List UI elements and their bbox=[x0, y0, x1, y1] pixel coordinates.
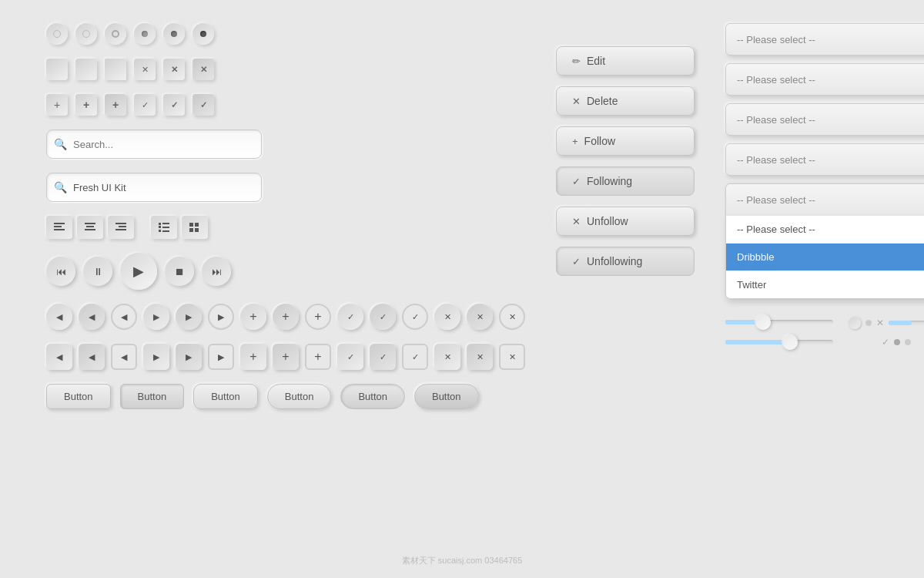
dir-plus-2[interactable]: + bbox=[273, 304, 299, 330]
checkbox-x-1[interactable]: ✕ bbox=[134, 59, 156, 80]
button-4[interactable]: Button bbox=[267, 384, 332, 409]
right-column: -- Please select -- ⇕ -- Please select -… bbox=[725, 23, 924, 555]
mini-thumb-1[interactable] bbox=[849, 317, 861, 329]
search-empty-input[interactable] bbox=[46, 129, 262, 159]
radio-row bbox=[46, 23, 525, 45]
plus-2[interactable]: + bbox=[75, 94, 97, 116]
select-1[interactable]: -- Please select -- bbox=[725, 23, 924, 55]
slider-1-thumb[interactable] bbox=[755, 314, 771, 330]
checkbox-empty-1[interactable] bbox=[46, 59, 68, 80]
list-view-btn[interactable] bbox=[151, 216, 177, 239]
button-2[interactable]: Button bbox=[120, 384, 185, 409]
search-filled-input[interactable] bbox=[46, 173, 262, 202]
following-btn[interactable]: ✓ Following bbox=[556, 166, 695, 196]
plus-3[interactable]: + bbox=[105, 94, 126, 116]
svg-rect-3 bbox=[85, 223, 95, 224]
stop-btn[interactable]: ⏹ bbox=[165, 257, 194, 286]
checkbox-empty-3[interactable] bbox=[105, 59, 126, 80]
dir-x-1[interactable]: ✕ bbox=[434, 304, 460, 330]
dir-right-2[interactable]: ▶ bbox=[176, 304, 202, 330]
button-6[interactable]: Button bbox=[414, 384, 479, 409]
prev-btn[interactable]: ⏮ bbox=[46, 257, 75, 286]
dir-left-1[interactable]: ◀ bbox=[46, 304, 72, 330]
select-4-wrapper: -- Please select -- ⇕ bbox=[725, 143, 924, 176]
check-1[interactable]: ✓ bbox=[134, 94, 156, 116]
slider-1-group bbox=[725, 314, 833, 350]
unfollow-btn[interactable]: ✕ Unfollow bbox=[556, 207, 695, 236]
mini-indicator-row-2: ✓ bbox=[882, 337, 911, 348]
check-3[interactable]: ✓ bbox=[192, 94, 214, 116]
checkbox-empty-2[interactable] bbox=[75, 59, 97, 80]
dir-right-3[interactable]: ▶ bbox=[208, 304, 234, 330]
dir-left-3[interactable]: ◀ bbox=[111, 304, 137, 330]
follow-btn[interactable]: + Follow bbox=[556, 126, 695, 156]
select-4[interactable]: -- Please select -- bbox=[725, 143, 924, 176]
play-btn[interactable]: ▶ bbox=[120, 253, 157, 290]
align-center-btn[interactable] bbox=[77, 216, 103, 239]
dir-check-3[interactable]: ✓ bbox=[402, 304, 428, 330]
radio-1[interactable] bbox=[46, 23, 68, 45]
align-left-btn[interactable] bbox=[46, 216, 72, 239]
sq-right-1[interactable]: ▶ bbox=[143, 344, 169, 370]
dir-circle-row: ◀ ◀ ◀ ▶ ▶ ▶ + + + ✓ ✓ ✓ ✕ ✕ ✕ bbox=[46, 304, 525, 330]
dir-x-3[interactable]: ✕ bbox=[499, 304, 525, 330]
dir-plus-1[interactable]: + bbox=[240, 304, 266, 330]
dropdown-item-twitter[interactable]: Twitter bbox=[726, 271, 924, 298]
delete-icon: ✕ bbox=[572, 96, 581, 107]
sq-right-3[interactable]: ▶ bbox=[208, 344, 234, 370]
slider-2-thumb[interactable] bbox=[782, 334, 798, 350]
slider-1-track bbox=[725, 320, 833, 324]
radio-2[interactable] bbox=[75, 23, 97, 45]
sq-plus-3[interactable]: + bbox=[305, 344, 331, 370]
sq-left-1[interactable]: ◀ bbox=[46, 344, 72, 370]
sq-x-3[interactable]: ✕ bbox=[499, 344, 525, 370]
checkbox-x-3[interactable]: ✕ bbox=[192, 59, 214, 80]
plus-1[interactable]: + bbox=[46, 94, 68, 116]
align-right-btn[interactable] bbox=[108, 216, 134, 239]
dir-plus-3[interactable]: + bbox=[305, 304, 331, 330]
grid-view-btn[interactable] bbox=[182, 216, 208, 239]
sq-left-2[interactable]: ◀ bbox=[79, 344, 105, 370]
select-2[interactable]: -- Please select -- bbox=[725, 63, 924, 96]
dir-check-2[interactable]: ✓ bbox=[370, 304, 396, 330]
dir-x-2[interactable]: ✕ bbox=[467, 304, 493, 330]
sq-x-2[interactable]: ✕ bbox=[467, 344, 493, 370]
dir-right-1[interactable]: ▶ bbox=[143, 304, 169, 330]
next-btn[interactable]: ⏭ bbox=[202, 257, 231, 286]
button-3[interactable]: Button bbox=[193, 384, 258, 409]
mini-check-icon: ✓ bbox=[882, 337, 889, 348]
sq-plus-2[interactable]: + bbox=[273, 344, 299, 370]
sq-right-2[interactable]: ▶ bbox=[176, 344, 202, 370]
sq-check-3[interactable]: ✓ bbox=[402, 344, 428, 370]
dir-check-1[interactable]: ✓ bbox=[337, 304, 363, 330]
sq-x-1[interactable]: ✕ bbox=[434, 344, 460, 370]
pause-btn[interactable]: ⏸ bbox=[83, 257, 112, 286]
radio-6[interactable] bbox=[192, 23, 214, 45]
checkbox-x-row: ✕ ✕ ✕ bbox=[46, 59, 525, 80]
unfollow-x-icon: ✕ bbox=[572, 216, 581, 227]
sq-check-1[interactable]: ✓ bbox=[337, 344, 363, 370]
select-3[interactable]: -- Please select -- bbox=[725, 103, 924, 136]
search-icon: 🔍 bbox=[54, 138, 67, 150]
checkbox-x-2[interactable]: ✕ bbox=[163, 59, 185, 80]
radio-4[interactable] bbox=[134, 23, 156, 45]
delete-btn[interactable]: ✕ Delete bbox=[556, 86, 695, 116]
select-3-wrapper: -- Please select -- ⇕ bbox=[725, 103, 924, 136]
button-1[interactable]: Button bbox=[46, 384, 111, 409]
dropdown-item-dribbble[interactable]: Dribbble bbox=[726, 244, 924, 271]
follow-plus-icon: + bbox=[572, 136, 578, 147]
dropdown-item-placeholder[interactable]: -- Please select -- bbox=[726, 216, 924, 244]
edit-btn[interactable]: ✏ Edit bbox=[556, 46, 695, 76]
radio-3[interactable] bbox=[105, 23, 126, 45]
svg-rect-7 bbox=[119, 226, 126, 227]
sq-left-3[interactable]: ◀ bbox=[111, 344, 137, 370]
unfollowing-btn[interactable]: ✓ Unfollowing bbox=[556, 247, 695, 276]
check-2[interactable]: ✓ bbox=[163, 94, 185, 116]
button-5[interactable]: Button bbox=[340, 384, 405, 409]
sq-check-2[interactable]: ✓ bbox=[370, 344, 396, 370]
dir-left-2[interactable]: ◀ bbox=[79, 304, 105, 330]
radio-5[interactable] bbox=[163, 23, 185, 45]
dropdown-header[interactable]: -- Please select -- ⇕ bbox=[725, 183, 924, 216]
sq-plus-1[interactable]: + bbox=[240, 344, 266, 370]
following-check-icon: ✓ bbox=[572, 176, 581, 187]
